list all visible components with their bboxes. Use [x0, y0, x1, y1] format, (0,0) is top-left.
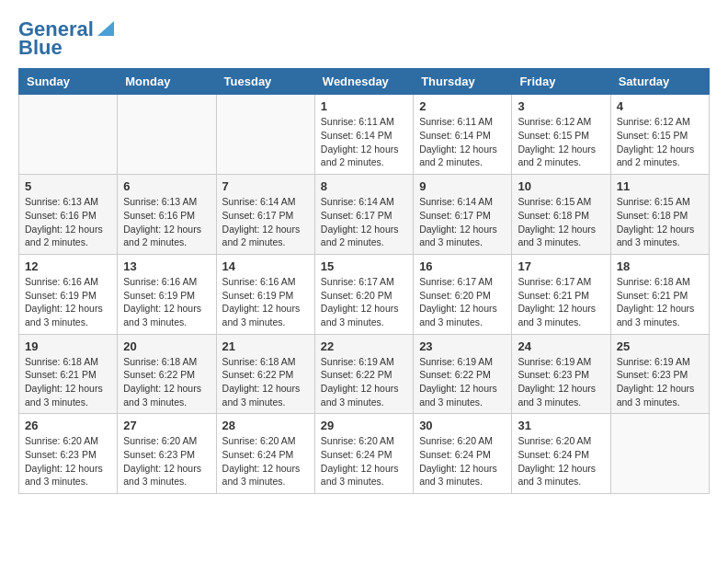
- day-info: Sunrise: 6:14 AM Sunset: 6:17 PM Dayligh…: [321, 195, 407, 249]
- day-number: 24: [518, 339, 604, 353]
- calendar-cell: 10Sunrise: 6:15 AM Sunset: 6:18 PM Dayli…: [512, 175, 610, 255]
- calendar-header-row: SundayMondayTuesdayWednesdayThursdayFrid…: [19, 69, 710, 95]
- calendar-cell: 29Sunrise: 6:20 AM Sunset: 6:24 PM Dayli…: [314, 414, 413, 494]
- day-number: 3: [518, 99, 604, 113]
- day-number: 11: [617, 179, 703, 193]
- day-number: 22: [321, 339, 407, 353]
- column-header-monday: Monday: [118, 69, 216, 95]
- day-info: Sunrise: 6:19 AM Sunset: 6:22 PM Dayligh…: [419, 355, 506, 409]
- day-number: 5: [25, 179, 111, 193]
- day-info: Sunrise: 6:18 AM Sunset: 6:21 PM Dayligh…: [617, 275, 703, 329]
- day-number: 7: [222, 179, 309, 193]
- day-info: Sunrise: 6:18 AM Sunset: 6:21 PM Dayligh…: [25, 355, 111, 409]
- day-number: 17: [518, 259, 604, 273]
- day-info: Sunrise: 6:20 AM Sunset: 6:24 PM Dayligh…: [419, 434, 506, 488]
- day-info: Sunrise: 6:19 AM Sunset: 6:23 PM Dayligh…: [617, 355, 703, 409]
- day-info: Sunrise: 6:20 AM Sunset: 6:23 PM Dayligh…: [123, 434, 210, 488]
- day-info: Sunrise: 6:20 AM Sunset: 6:23 PM Dayligh…: [25, 434, 111, 488]
- calendar-cell: 11Sunrise: 6:15 AM Sunset: 6:18 PM Dayli…: [610, 175, 709, 255]
- logo: General Blue: [18, 18, 116, 59]
- day-number: 16: [419, 259, 506, 273]
- calendar-cell: [19, 95, 118, 175]
- calendar-cell: 4Sunrise: 6:12 AM Sunset: 6:15 PM Daylig…: [610, 95, 709, 175]
- day-number: 12: [25, 259, 111, 273]
- calendar-cell: 7Sunrise: 6:14 AM Sunset: 6:17 PM Daylig…: [216, 175, 314, 255]
- calendar-cell: 26Sunrise: 6:20 AM Sunset: 6:23 PM Dayli…: [19, 414, 118, 494]
- calendar-cell: 23Sunrise: 6:19 AM Sunset: 6:22 PM Dayli…: [414, 334, 512, 414]
- calendar-cell: 15Sunrise: 6:17 AM Sunset: 6:20 PM Dayli…: [314, 254, 413, 334]
- logo-text-blue: Blue: [18, 37, 63, 59]
- calendar-week-row: 5Sunrise: 6:13 AM Sunset: 6:16 PM Daylig…: [19, 175, 710, 255]
- day-number: 31: [518, 419, 604, 432]
- page-header: General Blue: [18, 18, 710, 59]
- day-info: Sunrise: 6:19 AM Sunset: 6:23 PM Dayligh…: [518, 355, 604, 409]
- calendar-week-row: 26Sunrise: 6:20 AM Sunset: 6:23 PM Dayli…: [19, 414, 710, 494]
- calendar-cell: 13Sunrise: 6:16 AM Sunset: 6:19 PM Dayli…: [118, 254, 216, 334]
- day-info: Sunrise: 6:13 AM Sunset: 6:16 PM Dayligh…: [25, 195, 111, 249]
- calendar-cell: 9Sunrise: 6:14 AM Sunset: 6:17 PM Daylig…: [414, 175, 512, 255]
- calendar-week-row: 12Sunrise: 6:16 AM Sunset: 6:19 PM Dayli…: [19, 254, 710, 334]
- calendar-cell: 27Sunrise: 6:20 AM Sunset: 6:23 PM Dayli…: [118, 414, 216, 494]
- calendar-cell: 17Sunrise: 6:17 AM Sunset: 6:21 PM Dayli…: [512, 254, 610, 334]
- day-info: Sunrise: 6:11 AM Sunset: 6:14 PM Dayligh…: [419, 115, 506, 169]
- logo-triangle-icon: [96, 17, 116, 38]
- day-info: Sunrise: 6:15 AM Sunset: 6:18 PM Dayligh…: [617, 195, 703, 249]
- calendar-cell: [610, 414, 709, 494]
- calendar-cell: 8Sunrise: 6:14 AM Sunset: 6:17 PM Daylig…: [314, 175, 413, 255]
- calendar-cell: 6Sunrise: 6:13 AM Sunset: 6:16 PM Daylig…: [118, 175, 216, 255]
- day-number: 30: [419, 419, 506, 432]
- day-number: 6: [123, 179, 210, 193]
- column-header-friday: Friday: [512, 69, 610, 95]
- day-number: 25: [617, 339, 703, 353]
- day-info: Sunrise: 6:16 AM Sunset: 6:19 PM Dayligh…: [222, 275, 309, 329]
- day-info: Sunrise: 6:20 AM Sunset: 6:24 PM Dayligh…: [222, 434, 309, 488]
- day-number: 26: [25, 419, 111, 432]
- column-header-tuesday: Tuesday: [216, 69, 314, 95]
- calendar-cell: 25Sunrise: 6:19 AM Sunset: 6:23 PM Dayli…: [610, 334, 709, 414]
- calendar-cell: [118, 95, 216, 175]
- calendar-cell: 18Sunrise: 6:18 AM Sunset: 6:21 PM Dayli…: [610, 254, 709, 334]
- calendar-cell: 30Sunrise: 6:20 AM Sunset: 6:24 PM Dayli…: [414, 414, 512, 494]
- day-number: 27: [123, 419, 210, 432]
- column-header-wednesday: Wednesday: [314, 69, 413, 95]
- day-info: Sunrise: 6:17 AM Sunset: 6:20 PM Dayligh…: [321, 275, 407, 329]
- calendar-cell: 5Sunrise: 6:13 AM Sunset: 6:16 PM Daylig…: [19, 175, 118, 255]
- day-number: 10: [518, 179, 604, 193]
- day-number: 9: [419, 179, 506, 193]
- day-number: 18: [617, 259, 703, 273]
- svg-marker-0: [97, 21, 114, 36]
- column-header-sunday: Sunday: [19, 69, 118, 95]
- day-info: Sunrise: 6:14 AM Sunset: 6:17 PM Dayligh…: [419, 195, 506, 249]
- day-number: 1: [321, 99, 407, 113]
- calendar-week-row: 19Sunrise: 6:18 AM Sunset: 6:21 PM Dayli…: [19, 334, 710, 414]
- day-info: Sunrise: 6:18 AM Sunset: 6:22 PM Dayligh…: [222, 355, 309, 409]
- day-info: Sunrise: 6:16 AM Sunset: 6:19 PM Dayligh…: [25, 275, 111, 329]
- calendar-cell: 22Sunrise: 6:19 AM Sunset: 6:22 PM Dayli…: [314, 334, 413, 414]
- day-info: Sunrise: 6:13 AM Sunset: 6:16 PM Dayligh…: [123, 195, 210, 249]
- calendar-cell: 20Sunrise: 6:18 AM Sunset: 6:22 PM Dayli…: [118, 334, 216, 414]
- calendar-cell: 24Sunrise: 6:19 AM Sunset: 6:23 PM Dayli…: [512, 334, 610, 414]
- calendar-table: SundayMondayTuesdayWednesdayThursdayFrid…: [18, 68, 710, 494]
- day-info: Sunrise: 6:17 AM Sunset: 6:20 PM Dayligh…: [419, 275, 506, 329]
- column-header-thursday: Thursday: [414, 69, 512, 95]
- day-number: 14: [222, 259, 309, 273]
- day-number: 19: [25, 339, 111, 353]
- day-info: Sunrise: 6:12 AM Sunset: 6:15 PM Dayligh…: [518, 115, 604, 169]
- day-number: 21: [222, 339, 309, 353]
- day-info: Sunrise: 6:20 AM Sunset: 6:24 PM Dayligh…: [321, 434, 407, 488]
- calendar-cell: 3Sunrise: 6:12 AM Sunset: 6:15 PM Daylig…: [512, 95, 610, 175]
- day-number: 15: [321, 259, 407, 273]
- calendar-cell: 2Sunrise: 6:11 AM Sunset: 6:14 PM Daylig…: [414, 95, 512, 175]
- calendar-week-row: 1Sunrise: 6:11 AM Sunset: 6:14 PM Daylig…: [19, 95, 710, 175]
- day-info: Sunrise: 6:15 AM Sunset: 6:18 PM Dayligh…: [518, 195, 604, 249]
- day-number: 23: [419, 339, 506, 353]
- day-number: 2: [419, 99, 506, 113]
- calendar-cell: 21Sunrise: 6:18 AM Sunset: 6:22 PM Dayli…: [216, 334, 314, 414]
- day-number: 29: [321, 419, 407, 432]
- day-number: 4: [617, 99, 703, 113]
- calendar-cell: 19Sunrise: 6:18 AM Sunset: 6:21 PM Dayli…: [19, 334, 118, 414]
- calendar-cell: 31Sunrise: 6:20 AM Sunset: 6:24 PM Dayli…: [512, 414, 610, 494]
- calendar-cell: 12Sunrise: 6:16 AM Sunset: 6:19 PM Dayli…: [19, 254, 118, 334]
- day-info: Sunrise: 6:20 AM Sunset: 6:24 PM Dayligh…: [518, 434, 604, 488]
- calendar-cell: 1Sunrise: 6:11 AM Sunset: 6:14 PM Daylig…: [314, 95, 413, 175]
